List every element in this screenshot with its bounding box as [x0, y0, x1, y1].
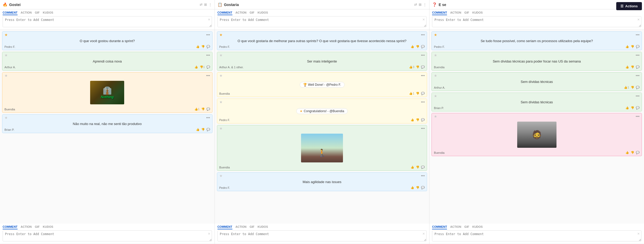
bottom-comment-input-gostei[interactable]	[3, 230, 212, 241]
dislike-button-e4[interactable]: 👎	[631, 106, 634, 110]
comment-button-g5[interactable]: 💬	[421, 166, 425, 169]
bottom-comment-tab-comment-gostei[interactable]: COMMENT	[3, 225, 18, 229]
comment-tab-comment[interactable]: COMMENT	[3, 11, 18, 15]
like-button-g1[interactable]: 👍	[411, 45, 414, 48]
dislike-button-c3[interactable]: 👎	[201, 107, 205, 111]
comment-button-e3[interactable]: 💬	[636, 86, 640, 89]
like-button-g4[interactable]: 👍	[411, 118, 414, 122]
card-menu-g3[interactable]: •••	[421, 73, 425, 78]
like-button-c2[interactable]: 👍	[194, 65, 198, 69]
like-button-g6[interactable]: 👍	[411, 186, 414, 189]
dislike-button-e5[interactable]: 👎	[631, 151, 634, 154]
like-button-e3[interactable]: 👍1	[624, 86, 629, 89]
card-menu-c4[interactable]: •••	[206, 116, 210, 120]
card-star-g6[interactable]: ★	[219, 174, 223, 178]
card-menu-e5[interactable]: •••	[636, 114, 640, 118]
comment-button-g3[interactable]: 💬	[421, 92, 425, 95]
actions-button[interactable]: ☰ Actions	[616, 2, 642, 10]
comment-button-c4[interactable]: 💬	[206, 128, 210, 131]
dislike-button-g5[interactable]: 👎	[416, 166, 419, 169]
comment-tab-comment[interactable]: COMMENT	[432, 11, 447, 15]
comment-tab-action[interactable]: ACTION	[450, 11, 461, 15]
comment-button-e1[interactable]: 💬	[636, 45, 640, 48]
card-star-g1[interactable]: ★	[219, 33, 223, 37]
like-button-c3[interactable]: 👍1	[194, 107, 200, 111]
card-star-g4[interactable]: ★	[219, 100, 223, 104]
comment-tab-kudos[interactable]: KUDOS	[258, 11, 268, 15]
dislike-button-g4[interactable]: 👎	[416, 118, 419, 122]
like-button-e1[interactable]: 👍	[625, 45, 629, 48]
card-star-e4[interactable]: ★	[434, 94, 437, 98]
card-star-e5[interactable]: ★	[434, 114, 437, 118]
dislike-button-g2[interactable]: 👎	[416, 65, 419, 69]
dislike-button-c2[interactable]: 👎1	[200, 65, 205, 69]
card-menu-c3[interactable]: •••	[206, 73, 210, 78]
bottom-comment-tab-gif-ese[interactable]: GIF	[464, 225, 469, 229]
bottom-comment-tab-action-gostaria[interactable]: ACTION	[236, 225, 247, 229]
card-menu-e4[interactable]: •••	[636, 94, 640, 98]
like-button-g3[interactable]: 👍1	[409, 92, 414, 95]
comment-tab-gif[interactable]: GIF	[464, 11, 469, 15]
card-menu-g2[interactable]: •••	[421, 53, 425, 57]
like-button-e4[interactable]: 👍	[625, 106, 629, 110]
dislike-button-c1[interactable]: 👎	[201, 45, 205, 48]
comment-input[interactable]	[3, 16, 212, 27]
like-button-c4[interactable]: 👍	[196, 128, 200, 131]
card-menu-g4[interactable]: •••	[421, 100, 425, 104]
menu-icon-gostei[interactable]: ⋮	[209, 3, 212, 7]
card-star-g2[interactable]: ★	[219, 53, 223, 57]
bottom-comment-tab-comment-gostaria[interactable]: COMMENT	[217, 225, 232, 229]
comment-button-c1[interactable]: 💬	[206, 45, 210, 48]
bottom-comment-tab-action-gostei[interactable]: ACTION	[21, 225, 32, 229]
bottom-comment-tab-kudos-ese[interactable]: KUDOS	[472, 225, 483, 229]
bottom-comment-input-ese[interactable]	[432, 230, 641, 241]
menu-icon-gostaria[interactable]: ⋮	[423, 3, 427, 7]
like-button-e5[interactable]: 👍	[625, 151, 629, 154]
bottom-comment-tab-comment-ese[interactable]: COMMENT	[432, 225, 447, 229]
card-menu-e2[interactable]: •••	[636, 53, 640, 57]
card-menu-g6[interactable]: •••	[421, 174, 425, 178]
comment-button-e4[interactable]: 💬	[636, 106, 640, 110]
bottom-comment-tab-kudos-gostei[interactable]: KUDOS	[43, 225, 53, 229]
bottom-comment-tab-gif-gostaria[interactable]: GIF	[250, 225, 254, 229]
dislike-button-c4[interactable]: 👎	[201, 128, 205, 131]
card-star-e1[interactable]: ★	[434, 33, 437, 37]
comment-button-g6[interactable]: 💬	[421, 186, 425, 189]
card-menu-g1[interactable]: •••	[421, 33, 425, 37]
comment-button-g4[interactable]: 💬	[421, 118, 425, 122]
comment-button-e5[interactable]: 💬	[636, 151, 640, 154]
card-menu-e3[interactable]: •••	[636, 73, 640, 78]
card-star-g5[interactable]: ★	[219, 126, 223, 130]
comment-button-c2[interactable]: 💬	[206, 65, 210, 69]
like-button-g2[interactable]: 👍3	[409, 65, 414, 69]
dislike-button-e1[interactable]: 👎	[631, 45, 634, 48]
bottom-comment-tab-gif-gostei[interactable]: GIF	[35, 225, 40, 229]
filter-icon-gostei[interactable]: ⇄	[200, 3, 203, 7]
comment-button-c3[interactable]: 💬	[206, 107, 210, 111]
card-star-g3[interactable]: ★	[219, 73, 223, 78]
comment-tab-gif[interactable]: GIF	[35, 11, 40, 15]
card-menu-c2[interactable]: •••	[206, 53, 210, 57]
expand-icon-gostaria[interactable]: ⊞	[419, 3, 422, 7]
expand-icon-gostei[interactable]: ⊞	[204, 3, 207, 7]
card-star-c2[interactable]: ★	[4, 53, 8, 57]
comment-input[interactable]	[432, 16, 641, 27]
dislike-button-e3[interactable]: 👎	[631, 86, 634, 89]
bottom-comment-input-gostaria[interactable]	[217, 230, 427, 241]
like-button-e2[interactable]: 👍	[625, 65, 629, 69]
card-star-c4[interactable]: ★	[4, 116, 8, 120]
bottom-comment-tab-kudos-gostaria[interactable]: KUDOS	[258, 225, 268, 229]
dislike-button-g1[interactable]: 👎	[416, 45, 419, 48]
dislike-button-g6[interactable]: 👎	[416, 186, 419, 189]
card-menu-e1[interactable]: •••	[636, 33, 640, 37]
comment-tab-comment[interactable]: COMMENT	[217, 11, 232, 15]
filter-icon-gostaria[interactable]: ⇄	[414, 3, 417, 7]
card-menu-g5[interactable]: •••	[421, 126, 425, 130]
bottom-comment-tab-action-ese[interactable]: ACTION	[450, 225, 461, 229]
dislike-button-e2[interactable]: 👎	[631, 65, 634, 69]
card-menu-c1[interactable]: •••	[206, 33, 210, 37]
card-star-c3[interactable]: ★	[4, 73, 8, 78]
comment-tab-kudos[interactable]: KUDOS	[43, 11, 53, 15]
like-button-g5[interactable]: 👍	[411, 166, 414, 169]
comment-tab-action[interactable]: ACTION	[21, 11, 32, 15]
